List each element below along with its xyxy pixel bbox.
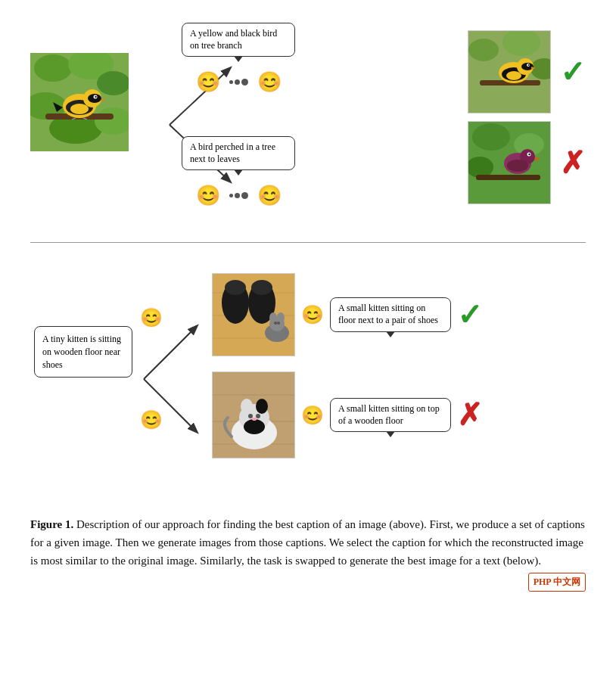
svg-point-71 — [248, 414, 253, 418]
svg-point-53 — [225, 280, 246, 295]
section-divider — [30, 242, 586, 243]
svg-point-3 — [97, 71, 129, 95]
thought-dots-2 — [229, 192, 248, 199]
bottom-section: A tiny kitten is sitting on wooden floor… — [30, 258, 586, 508]
thought-dots-1 — [229, 79, 248, 85]
face-blue-1: 😊 — [257, 70, 282, 94]
svg-point-68 — [241, 399, 253, 414]
watermark: PHP 中文网 — [528, 573, 586, 592]
shoes-image — [212, 273, 295, 356]
svg-point-72 — [256, 414, 260, 418]
svg-point-32 — [528, 64, 530, 66]
svg-point-22 — [468, 39, 499, 61]
result-row-2: ✗ — [468, 121, 586, 204]
face-orange-1: 😊 — [196, 70, 220, 94]
bottom-face-top: 😊 — [140, 307, 163, 328]
caption-bubble-2: A bird perched in a tree next to leaves — [182, 136, 295, 170]
svg-point-59 — [277, 312, 285, 323]
top-section: A yellow and black bird on tree branch 😊… — [30, 23, 586, 235]
bottom-face-bottom: 😊 — [140, 409, 163, 430]
kitten2-image — [212, 371, 295, 458]
svg-point-44 — [507, 160, 528, 172]
svg-point-1 — [34, 54, 72, 82]
diagram-container: A yellow and black bird on tree branch 😊… — [15, 15, 601, 577]
source-bird-svg — [30, 53, 129, 151]
bottom-caption-row-2: 😊 A small kitten sitting on top of a woo… — [301, 371, 586, 458]
source-text-group: A tiny kitten is sitting on wooden floor… — [30, 326, 136, 378]
check-mark-1: ✓ — [560, 54, 586, 90]
svg-point-61 — [277, 322, 280, 325]
cross-mark-2: ✗ — [457, 397, 483, 433]
source-image — [30, 53, 129, 151]
svg-point-43 — [528, 154, 530, 155]
check-mark-2: ✓ — [457, 297, 483, 333]
face-orange-3: 😊 — [301, 304, 324, 325]
top-caption-group: A yellow and black bird on tree branch 😊… — [182, 23, 295, 94]
caption-bubble-3: A small kitten sitting on floor next to … — [330, 297, 451, 331]
center-diagram: A yellow and black bird on tree branch 😊… — [129, 23, 468, 230]
svg-point-73 — [252, 418, 257, 421]
figure-caption: Figure 1. Description of our approach fo… — [30, 508, 586, 570]
bottom-caption-row-1: 😊 A small kitten sitting on floor next t… — [301, 273, 586, 356]
face-orange-4: 😊 — [301, 405, 324, 426]
svg-point-28 — [506, 71, 521, 80]
result-row-1: ✓ — [468, 30, 586, 113]
svg-point-58 — [269, 312, 277, 323]
svg-point-35 — [472, 123, 510, 151]
bottom-right: 😊 A small kitten sitting on floor next t… — [301, 273, 586, 458]
bottom-center-arrows: 😊 😊 — [136, 266, 212, 493]
svg-point-10 — [70, 104, 89, 114]
svg-point-70 — [244, 419, 265, 434]
svg-point-60 — [274, 322, 277, 325]
bottom-images-col — [212, 273, 295, 458]
result-image-1 — [468, 30, 551, 113]
face-blue-2: 😊 — [257, 184, 282, 207]
svg-point-55 — [251, 280, 272, 295]
arrows-svg — [129, 23, 468, 227]
face-orange-2: 😊 — [196, 184, 220, 207]
bottom-caption-group-1: A bird perched in a tree next to leaves … — [182, 136, 295, 207]
caption-bubble-1: A yellow and black bird on tree branch — [182, 23, 295, 57]
cross-mark-1: ✗ — [560, 145, 586, 181]
source-text-box: A tiny kitten is sitting on wooden floor… — [34, 326, 132, 378]
result-image-2 — [468, 121, 551, 204]
svg-line-45 — [144, 326, 197, 379]
caption-bubble-4: A small kitten sitting on top of a woode… — [330, 398, 451, 432]
top-right-results: ✓ — [468, 30, 586, 204]
svg-rect-38 — [476, 175, 540, 180]
svg-point-14 — [95, 96, 96, 98]
figure-text: Description of our approach for finding … — [30, 518, 585, 567]
figure-label: Figure 1. — [30, 518, 73, 530]
svg-point-69 — [256, 399, 268, 414]
bottom-arrows-svg — [136, 266, 212, 493]
